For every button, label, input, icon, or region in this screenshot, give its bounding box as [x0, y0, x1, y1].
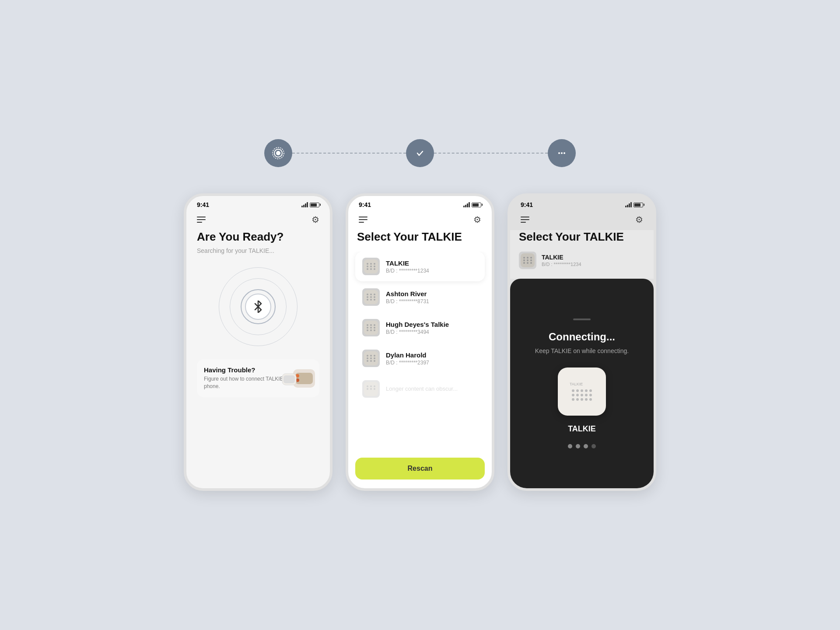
svg-point-84 — [585, 398, 588, 401]
step-2-circle — [406, 139, 434, 167]
svg-point-47 — [370, 357, 372, 359]
phone3-navbar: ⚙ — [510, 211, 654, 230]
device-icon-1 — [362, 258, 380, 275]
phone-2: 9:41 ⚙ Select Your TALKIE — [346, 193, 494, 491]
device-item-1[interactable]: TALKIE B/D : *********1234 — [355, 252, 485, 281]
phone3-settings-icon[interactable]: ⚙ — [635, 214, 643, 225]
svg-point-23 — [367, 294, 368, 295]
svg-point-62 — [530, 257, 532, 259]
svg-point-36 — [367, 327, 368, 329]
device-name-1: TALKIE — [386, 259, 429, 267]
phone1-bt-rings — [197, 263, 319, 350]
device-name-4: Dylan Harold — [386, 351, 429, 359]
phone1-status-bar: 9:41 — [186, 196, 330, 211]
svg-point-57 — [370, 388, 372, 390]
svg-point-46 — [367, 357, 368, 359]
svg-point-31 — [374, 299, 375, 301]
phone2-menu-icon[interactable] — [359, 217, 368, 223]
svg-point-38 — [374, 327, 375, 329]
device-info-3: Hugh Deyes's Talkie B/D : *********3494 — [386, 321, 449, 335]
phone1-subtitle: Searching for your TALKIE... — [197, 247, 319, 254]
device-item-5[interactable]: Longer content can obscur... — [355, 374, 485, 404]
svg-point-77 — [576, 394, 579, 396]
bluetooth-icon — [245, 294, 271, 320]
phone2-title-area: Select Your TALKIE — [348, 230, 492, 252]
phone1-time: 9:41 — [197, 201, 209, 208]
svg-point-67 — [527, 262, 528, 264]
phone3-battery — [634, 203, 643, 207]
svg-point-16 — [367, 266, 368, 267]
svg-point-26 — [367, 296, 368, 298]
svg-point-50 — [370, 360, 372, 362]
device-icon-3 — [362, 319, 380, 336]
svg-point-71 — [572, 389, 574, 392]
phone1-battery — [310, 203, 319, 207]
svg-point-21 — [374, 268, 375, 270]
svg-point-35 — [374, 324, 375, 326]
svg-point-34 — [370, 324, 372, 326]
svg-point-58 — [374, 388, 375, 390]
svg-point-65 — [530, 259, 532, 261]
phone3-device-row[interactable]: TALKIE B/D : *********1234 — [519, 247, 645, 273]
step-line-1 — [292, 153, 406, 154]
svg-point-75 — [589, 389, 592, 392]
device-info-2: Ashton River B/D : *********8731 — [386, 290, 429, 304]
device-icon-5 — [362, 380, 380, 398]
phone1-content: Are You Ready? Searching for your TALKIE… — [186, 230, 330, 488]
phone3-time: 9:41 — [521, 201, 533, 208]
device-item-2[interactable]: Ashton River B/D : *********8731 — [355, 282, 485, 312]
svg-point-43 — [367, 355, 368, 357]
svg-point-4 — [561, 152, 563, 154]
svg-point-53 — [367, 385, 368, 387]
svg-point-49 — [367, 360, 368, 362]
svg-point-30 — [370, 299, 372, 301]
phone1-settings-icon[interactable]: ⚙ — [312, 214, 319, 225]
phone2-navbar: ⚙ — [348, 211, 492, 230]
device-bd-3: B/D : *********3494 — [386, 329, 449, 335]
phone2-status-icons — [463, 202, 481, 207]
trouble-card[interactable]: Having Trouble? Figure out how to connec… — [197, 359, 319, 397]
svg-point-14 — [370, 263, 372, 265]
phone1-status-icons — [301, 202, 319, 207]
phone2-signal — [463, 202, 470, 207]
svg-point-28 — [374, 296, 375, 298]
svg-point-19 — [367, 268, 368, 270]
device-info-5: Longer content can obscur... — [386, 385, 458, 393]
dot-1 — [568, 444, 572, 448]
panel-handle — [573, 318, 591, 320]
phone2-settings-icon[interactable]: ⚙ — [473, 214, 481, 225]
phone-1: 9:41 ⚙ Are You Ready? Searching for your… — [184, 193, 332, 491]
device-item-3[interactable]: Hugh Deyes's Talkie B/D : *********3494 — [355, 313, 485, 343]
phones-container: 9:41 ⚙ Are You Ready? Searching for your… — [184, 193, 656, 491]
rescan-button[interactable]: Rescan — [355, 458, 485, 480]
svg-point-78 — [581, 394, 583, 396]
phone3-device-name: TALKIE — [542, 254, 581, 261]
svg-point-63 — [523, 259, 525, 261]
svg-point-61 — [527, 257, 528, 259]
svg-point-18 — [374, 266, 375, 267]
talkie-large-icon: TALKIE — [558, 368, 606, 416]
device-bd-1: B/D : *********1234 — [386, 268, 429, 274]
svg-point-5 — [564, 152, 565, 154]
dot-4 — [592, 444, 596, 448]
svg-point-81 — [572, 398, 574, 401]
device-item-4[interactable]: Dylan Harold B/D : *********2397 — [355, 343, 485, 373]
phone-3: 9:41 ⚙ Select Your TALKIE — [508, 193, 656, 491]
device-name-3: Hugh Deyes's Talkie — [386, 321, 449, 328]
phone1-menu-icon[interactable] — [197, 217, 206, 223]
svg-point-0 — [276, 151, 280, 155]
svg-point-73 — [581, 389, 583, 392]
device-info-4: Dylan Harold B/D : *********2397 — [386, 351, 429, 366]
svg-point-20 — [370, 268, 372, 270]
step-bar — [223, 139, 617, 167]
device-list: TALKIE B/D : *********1234 — [348, 252, 492, 452]
svg-point-33 — [367, 324, 368, 326]
phone3-signal — [625, 202, 632, 207]
trouble-image — [276, 359, 319, 397]
svg-point-72 — [576, 389, 579, 392]
phone1-navbar: ⚙ — [186, 211, 330, 230]
svg-point-54 — [370, 385, 372, 387]
phone3-menu-icon[interactable] — [521, 217, 529, 223]
dot-3 — [584, 444, 588, 448]
svg-point-68 — [530, 262, 532, 264]
